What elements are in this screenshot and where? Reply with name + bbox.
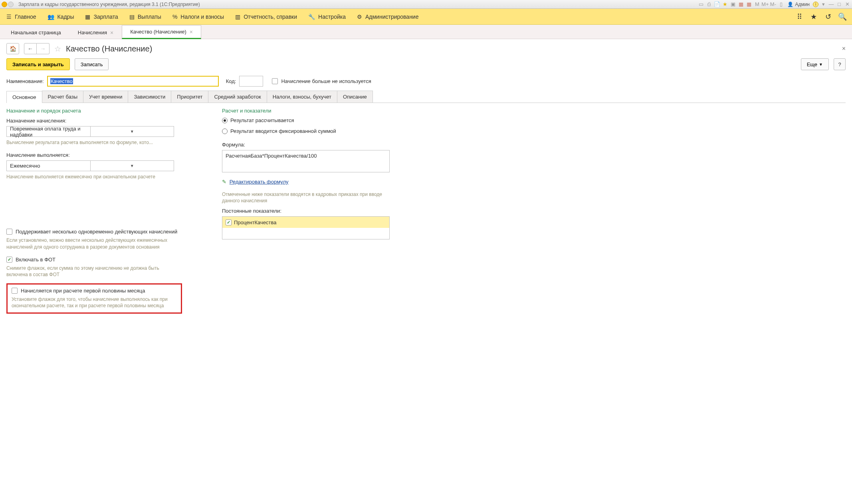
nav-admin[interactable]: ⚙Администрирование bbox=[357, 14, 419, 20]
exec-hint: Начисление выполняется ежемесячно при ок… bbox=[6, 174, 206, 180]
user-badge[interactable]: 👤 Админ bbox=[786, 2, 811, 7]
doctab-accruals[interactable]: Начисления× bbox=[69, 26, 122, 39]
purpose-combo[interactable]: Повременная оплата труда и надбавки ▼ bbox=[6, 126, 174, 137]
back-button[interactable]: ← bbox=[24, 43, 37, 54]
m-minus-icon[interactable]: M- bbox=[770, 1, 776, 8]
nav-nastroyka[interactable]: 🔧Настройка bbox=[308, 14, 346, 20]
history-icon[interactable]: ↺ bbox=[825, 14, 831, 20]
subtab-priority[interactable]: Приоритет bbox=[171, 91, 208, 103]
m-plus-icon[interactable]: M+ bbox=[762, 1, 768, 8]
purpose-label: Назначение начисления: bbox=[6, 118, 206, 124]
name-input[interactable]: Качество bbox=[47, 76, 219, 87]
home-button[interactable]: 🏠 bbox=[6, 43, 19, 54]
edit-formula-link[interactable]: Редактировать формулу bbox=[230, 179, 289, 185]
field-row: Наименование: Качество Код: Начисление б… bbox=[0, 74, 852, 91]
calendar2-icon[interactable]: ▦ bbox=[746, 1, 752, 8]
multi-check-row: Поддерживает несколько одновременно дейс… bbox=[6, 229, 206, 235]
nav-otchet[interactable]: ▥Отчетность, справки bbox=[235, 14, 297, 20]
multi-checkbox[interactable] bbox=[6, 229, 12, 235]
fot-checkbox[interactable]: ✓ bbox=[6, 257, 12, 263]
calendar-icon[interactable]: ▦ bbox=[738, 1, 744, 8]
code-input[interactable] bbox=[239, 76, 263, 87]
subtab-time[interactable]: Учет времени bbox=[83, 91, 128, 103]
nav-zarplata[interactable]: ▦Зарплата bbox=[85, 14, 118, 20]
people-icon: 👥 bbox=[48, 14, 54, 20]
menu-icon: ☰ bbox=[6, 14, 12, 20]
options-icon[interactable]: ▾ bbox=[820, 1, 826, 8]
doctab-quality[interactable]: Качество (Начисление)× bbox=[122, 25, 201, 39]
help-button[interactable]: ? bbox=[834, 58, 846, 70]
report-icon: ▥ bbox=[235, 14, 240, 20]
title-bar: Зарплата и кадры государственного учрежд… bbox=[0, 0, 852, 9]
multi-label: Поддерживает несколько одновременно дейс… bbox=[16, 229, 177, 235]
window-dropdown-icon[interactable] bbox=[8, 2, 14, 7]
action-bar: Записать и закрыть Записать Еще▼ ? bbox=[0, 57, 852, 74]
unused-checkbox[interactable] bbox=[272, 78, 278, 84]
subtab-avg[interactable]: Средний заработок bbox=[208, 91, 267, 103]
doctab-home[interactable]: Начальная страница bbox=[2, 26, 69, 39]
firsthalf-checkbox[interactable] bbox=[12, 288, 18, 294]
user-name: Админ bbox=[795, 2, 810, 7]
formula-box[interactable]: РасчетнаяБаза*ПроцентКачества/100 bbox=[222, 150, 390, 172]
nav-main[interactable]: ☰Главное bbox=[6, 14, 36, 20]
subtab-desc[interactable]: Описание bbox=[337, 91, 373, 103]
person-icon: 👤 bbox=[787, 2, 793, 7]
page-title: Качество (Начисление) bbox=[66, 44, 152, 53]
window-icon[interactable]: ▭ bbox=[698, 1, 704, 8]
right-column: Расчет и показатели Результат рассчитыва… bbox=[222, 108, 398, 314]
percent-icon: % bbox=[172, 14, 177, 20]
search-icon[interactable]: 🔍 bbox=[839, 14, 846, 20]
doc-icon[interactable]: 📄 bbox=[714, 1, 720, 8]
sub-tabs: Основное Расчет базы Учет времени Зависи… bbox=[6, 91, 846, 103]
copy-icon[interactable]: ▣ bbox=[730, 1, 736, 8]
close-page-button[interactable]: × bbox=[842, 45, 846, 52]
nav-nalogi[interactable]: %Налоги и взносы bbox=[172, 14, 224, 20]
money-icon: ▤ bbox=[129, 14, 135, 20]
forward-button[interactable]: → bbox=[37, 43, 50, 54]
subtab-main[interactable]: Основное bbox=[6, 91, 42, 103]
subtab-base[interactable]: Расчет базы bbox=[42, 91, 84, 103]
fot-hint: Снимите флажок, если сумма по этому начи… bbox=[6, 265, 178, 278]
info-icon[interactable]: i bbox=[813, 2, 818, 7]
apps-icon[interactable]: ⠿ bbox=[796, 14, 802, 20]
wrench-icon: 🔧 bbox=[308, 14, 315, 20]
highlight-box: Начисляется при расчете первой половины … bbox=[6, 283, 182, 313]
close-window-icon[interactable]: ✕ bbox=[844, 1, 850, 8]
minimize-icon[interactable]: — bbox=[828, 1, 834, 8]
firsthalf-check-row: Начисляется при расчете первой половины … bbox=[12, 288, 177, 294]
radio-fixed[interactable]: Результат вводится фиксированной суммой bbox=[222, 128, 398, 134]
star-icon[interactable]: ★ bbox=[722, 1, 728, 8]
content: Назначение и порядок расчета Назначение … bbox=[0, 103, 852, 318]
chevron-down-icon: ▼ bbox=[819, 62, 823, 67]
calc-icon: ▦ bbox=[85, 14, 90, 20]
maximize-icon[interactable]: □ bbox=[836, 1, 842, 8]
indicator-checkbox[interactable]: ✓ bbox=[226, 219, 232, 225]
tab-close-icon[interactable]: × bbox=[190, 29, 193, 35]
exec-combo[interactable]: Ежемесячно ▼ bbox=[6, 160, 174, 171]
indicator-hint: Отмеченные ниже показатели вводятся в ка… bbox=[222, 191, 390, 204]
tab-close-icon[interactable]: × bbox=[110, 30, 113, 36]
subtab-tax[interactable]: Налоги, взносы, бухучет bbox=[267, 91, 337, 103]
radio-calculated[interactable]: Результат рассчитывается bbox=[222, 117, 398, 123]
print-icon[interactable]: ⎙ bbox=[706, 1, 712, 8]
nav-kadry[interactable]: 👥Кадры bbox=[48, 14, 74, 20]
nav-vyplaty[interactable]: ▤Выплаты bbox=[129, 14, 161, 20]
chevron-down-icon: ▼ bbox=[90, 161, 174, 171]
formula-label: Формула: bbox=[222, 142, 398, 148]
indicator-table: ✓ ПроцентКачества bbox=[222, 216, 390, 239]
more-button[interactable]: Еще▼ bbox=[801, 58, 829, 70]
gear-icon: ⚙ bbox=[357, 14, 362, 20]
save-button[interactable]: Записать bbox=[75, 58, 109, 70]
fot-check-row: ✓ Включать в ФОТ bbox=[6, 257, 206, 263]
favorite-icon[interactable]: ☆ bbox=[54, 44, 61, 53]
subtab-deps[interactable]: Зависимости bbox=[128, 91, 171, 103]
indicator-row[interactable]: ✓ ПроцентКачества bbox=[222, 217, 389, 228]
section-calc-title: Расчет и показатели bbox=[222, 108, 398, 114]
firsthalf-label: Начисляется при расчете первой половины … bbox=[21, 288, 145, 294]
fav-icon[interactable]: ★ bbox=[810, 14, 817, 20]
m-icon[interactable]: M bbox=[754, 1, 760, 8]
panel-icon[interactable]: ▯ bbox=[778, 1, 784, 8]
code-label: Код: bbox=[226, 78, 236, 84]
save-and-close-button[interactable]: Записать и закрыть bbox=[6, 58, 70, 70]
pencil-icon: ✎ bbox=[222, 179, 226, 185]
